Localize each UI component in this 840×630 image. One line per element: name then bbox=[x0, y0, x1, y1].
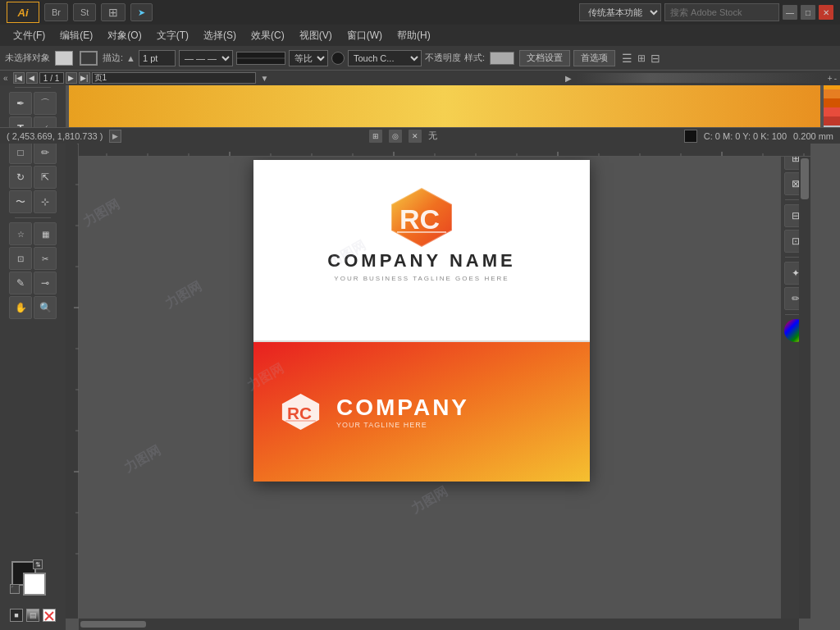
swap-colors-button[interactable]: ⇅ bbox=[33, 559, 43, 569]
prev-page-button[interactable]: ◀ bbox=[26, 72, 38, 84]
swatch-orange-dark[interactable] bbox=[824, 98, 840, 107]
warp-tool[interactable]: 〜 bbox=[9, 190, 32, 213]
tool-row-eyedropper: ✎ ⊸ bbox=[3, 272, 62, 294]
fill-color-swatch[interactable] bbox=[55, 51, 73, 66]
color-values-display: C: 0 M: 0 Y: 0 K: 100 bbox=[704, 131, 787, 141]
stroke-width-input[interactable] bbox=[139, 50, 176, 66]
column-graph-tool[interactable]: ▦ bbox=[34, 222, 57, 245]
app-tab-st[interactable]: St bbox=[73, 3, 96, 21]
card-top: RC COMPANY NAME YOUR BUSINESS TAGLINE GO… bbox=[253, 160, 590, 340]
zoom-tool[interactable]: 🔍 bbox=[34, 296, 57, 319]
default-colors-button[interactable]: ⬛ bbox=[10, 584, 20, 594]
none-color-button[interactable] bbox=[43, 609, 56, 622]
swatch-orange[interactable] bbox=[824, 89, 840, 98]
gradient-button[interactable]: ▤ bbox=[26, 609, 39, 622]
menu-window[interactable]: 窗口(W) bbox=[340, 27, 389, 44]
curvature-tool[interactable]: ⌒ bbox=[34, 92, 57, 115]
paintbrush-tool[interactable]: ✏ bbox=[34, 141, 57, 164]
vertical-scrollbar[interactable] bbox=[799, 157, 810, 619]
menu-object[interactable]: 对象(O) bbox=[101, 27, 148, 44]
zoom-in-button[interactable]: + bbox=[828, 74, 833, 83]
blend-tool[interactable]: ⊹ bbox=[34, 190, 57, 213]
horizontal-scrollbar[interactable] bbox=[79, 619, 799, 630]
menu-help[interactable]: 帮助(H) bbox=[390, 27, 437, 44]
stroke-color-swatch[interactable] bbox=[80, 51, 98, 66]
style-preview bbox=[490, 52, 514, 65]
page-navigation: |◀ ◀ ▶ ▶| bbox=[13, 72, 90, 84]
stock-search-input[interactable] bbox=[664, 3, 779, 21]
svg-text:RC: RC bbox=[399, 203, 440, 235]
arrange-icon[interactable]: ⊞ bbox=[637, 52, 646, 64]
swatch-red[interactable] bbox=[824, 116, 840, 126]
preferences-button[interactable]: 首选项 bbox=[573, 50, 615, 66]
style-label: 样式: bbox=[464, 52, 485, 64]
close-button[interactable]: ✕ bbox=[819, 5, 833, 20]
stroke-preview bbox=[236, 52, 285, 65]
company-name-top: COMPANY NAME bbox=[327, 250, 515, 272]
rect-tool[interactable]: □ bbox=[9, 141, 32, 164]
tool-row-symbol: ☆ ▦ bbox=[3, 222, 62, 245]
title-bar-right: 传统基本功能 — □ ✕ bbox=[579, 3, 833, 21]
ruler-toggle[interactable]: « bbox=[3, 74, 8, 83]
status-expand-button[interactable]: ▶ bbox=[109, 130, 121, 143]
status-icon-x: ✕ bbox=[409, 130, 422, 143]
menu-file[interactable]: 文件(F) bbox=[7, 27, 52, 44]
vertical-scrollbar-thumb[interactable] bbox=[801, 158, 809, 199]
hand-tool[interactable]: ✋ bbox=[9, 296, 32, 319]
menu-effect[interactable]: 效果(C) bbox=[244, 27, 291, 44]
card-bottom-text: COMPANY YOUR TAGLINE HERE bbox=[336, 395, 469, 429]
pen-tool[interactable]: ✒ bbox=[9, 92, 32, 115]
last-page-button[interactable]: ▶| bbox=[79, 72, 90, 84]
doc-settings-button[interactable]: 文档设置 bbox=[519, 50, 570, 66]
brush-select[interactable]: Touch C... bbox=[348, 50, 422, 66]
color-mode-buttons: ■ ▤ bbox=[10, 609, 56, 622]
page-name-input[interactable] bbox=[92, 72, 256, 84]
app-tab-grid[interactable]: ⊞ bbox=[101, 3, 126, 21]
card-bottom: RC COMPANY YOUR TAGLINE HERE bbox=[253, 342, 590, 482]
swatch-red-light[interactable] bbox=[824, 107, 840, 116]
horizontal-scrollbar-thumb[interactable] bbox=[80, 621, 146, 628]
menu-view[interactable]: 视图(V) bbox=[293, 27, 339, 44]
menu-select[interactable]: 选择(S) bbox=[197, 27, 243, 44]
no-selection-label: 未选择对象 bbox=[5, 52, 50, 64]
first-page-button[interactable]: |◀ bbox=[13, 72, 25, 84]
tool-row-artboard: ⊡ ✂ bbox=[3, 247, 62, 270]
maximize-button[interactable]: □ bbox=[801, 5, 815, 20]
tool-row-shape: □ ✏ bbox=[3, 141, 62, 164]
symbol-tool[interactable]: ☆ bbox=[9, 222, 32, 245]
panel-options-icon[interactable]: ☰ bbox=[622, 52, 632, 65]
canvas-area: RC COMPANY NAME YOUR BUSINESS TAGLINE GO… bbox=[66, 144, 810, 630]
menu-bar: 文件(F) 编辑(E) 对象(O) 文字(T) 选择(S) 效果(C) 视图(V… bbox=[0, 25, 840, 46]
options-bar: 未选择对象 描边: ▲ — — — 等比 Touch C... 不透明度 样式:… bbox=[0, 46, 840, 71]
stroke-type-select[interactable]: — — — bbox=[179, 50, 233, 66]
current-page-input[interactable] bbox=[39, 72, 64, 84]
fill-swatch-status bbox=[684, 130, 697, 143]
stroke-ratio-select[interactable]: 等比 bbox=[289, 50, 328, 66]
toolbar-divider-3 bbox=[15, 217, 50, 218]
hex-logo-top: RC bbox=[385, 185, 459, 250]
app-tab-br[interactable]: Br bbox=[44, 3, 68, 21]
left-toolbar: ✦ ⚙ ▶ ↖ ✱ ∿ ✒ ⌒ T ⟋ □ ✏ bbox=[0, 0, 66, 630]
next-page-button[interactable]: ▶ bbox=[66, 72, 77, 84]
app-tab-send[interactable]: ➤ bbox=[130, 3, 153, 21]
minimize-button[interactable]: — bbox=[783, 5, 797, 20]
eyedropper-tool[interactable]: ✎ bbox=[9, 272, 32, 294]
measure-tool[interactable]: ⊸ bbox=[34, 272, 57, 294]
menu-text[interactable]: 文字(T) bbox=[150, 27, 195, 44]
zoom-out-button[interactable]: - bbox=[834, 74, 837, 83]
workspace-select[interactable]: 传统基本功能 bbox=[579, 3, 661, 21]
solid-color-button[interactable]: ■ bbox=[10, 609, 23, 622]
artboard-tool[interactable]: ⊡ bbox=[9, 247, 32, 270]
ruler-horizontal bbox=[66, 144, 810, 157]
ruler-vertical bbox=[66, 144, 79, 619]
tagline-top: YOUR BUSINESS TAGLINE GOES HERE bbox=[334, 275, 509, 282]
brush-indicator bbox=[331, 52, 345, 65]
distribute-icon[interactable]: ⊟ bbox=[651, 52, 660, 65]
scale-tool[interactable]: ⇱ bbox=[34, 166, 57, 189]
color-controls: ⇅ ⬛ ■ ▤ bbox=[0, 321, 66, 630]
scrollbar-right-indicator: ▶ bbox=[565, 74, 572, 83]
slice-tool[interactable]: ✂ bbox=[34, 247, 57, 270]
rotate-tool[interactable]: ↻ bbox=[9, 166, 32, 189]
background-color[interactable] bbox=[23, 573, 46, 596]
menu-edit[interactable]: 编辑(E) bbox=[53, 27, 99, 44]
